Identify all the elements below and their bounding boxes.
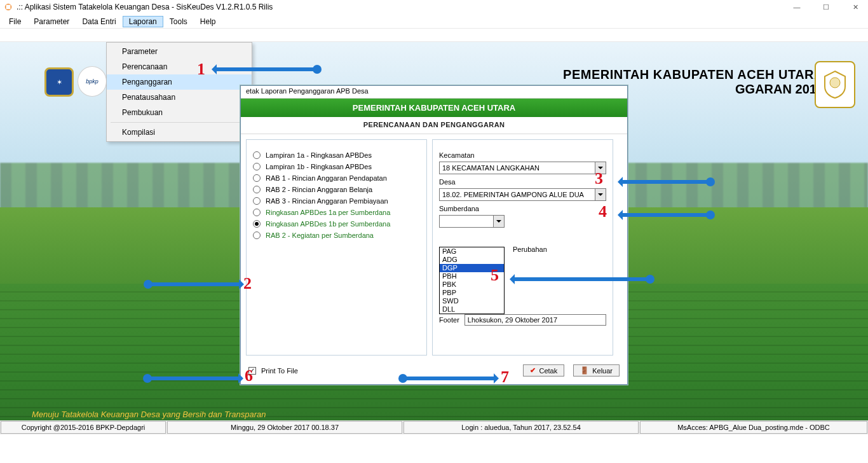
bpkp-logo-icon: bpkp — [78, 66, 107, 97]
footer-label: Footer — [439, 316, 459, 324]
app-icon — [4, 3, 13, 11]
annotation-1: 1 — [197, 60, 205, 79]
arrow-6 — [146, 377, 241, 380]
listbox-pbp[interactable]: PBP — [440, 289, 504, 297]
dialog-action-bar: Print To File ✔Cetak 🚪Keluar — [241, 361, 627, 384]
filters-pane: Kecamatan 18 KECAMATAN LANGKAHAN Desa 18… — [432, 139, 613, 356]
minimize-button[interactable]: — — [788, 3, 806, 11]
dropdown-perencanaan[interactable]: Perencanaan — [107, 59, 252, 74]
title-bar: .:: Aplikasi Sistem Tatakelola Keuangan … — [0, 0, 868, 14]
arrow-5 — [512, 277, 651, 281]
menu-tools[interactable]: Tools — [163, 16, 194, 27]
arrow-2 — [147, 282, 242, 286]
menu-data-entri[interactable]: Data Entri — [76, 16, 122, 27]
sumberdana-label: Sumberdana — [439, 205, 606, 212]
radio-ringkasan-1a-sd[interactable]: Ringkasan APBDes 1a per Sumberdana — [253, 209, 420, 216]
dialog-greenbar: PEMERINTAH KABUPATEN ACEH UTARA — [241, 99, 627, 117]
chevron-down-icon[interactable] — [493, 216, 504, 227]
svg-rect-1 — [6, 5, 11, 10]
radio-rab-2-sd[interactable]: RAB 2 - Kegiatan per Sumberdana — [253, 232, 420, 239]
dropdown-kompilasi[interactable]: Kompilasi — [107, 125, 252, 140]
dropdown-separator — [111, 122, 248, 123]
report-type-pane: Lampiran 1a - Ringkasan APBDes Lampiran … — [246, 139, 427, 356]
cetak-button[interactable]: ✔Cetak — [523, 364, 564, 377]
kecamatan-combo[interactable]: 18 KECAMATAN LANGKAHAN — [439, 162, 606, 174]
toolbar-spacer — [0, 28, 868, 42]
print-to-file-label: Print To File — [261, 367, 298, 375]
annotation-3: 3 — [595, 169, 603, 188]
close-button[interactable]: ✕ — [846, 3, 864, 11]
dropdown-parameter[interactable]: Parameter — [107, 44, 252, 59]
annotation-6: 6 — [245, 366, 253, 385]
listbox-pag[interactable]: PAG — [440, 247, 504, 256]
window-buttons: — ☐ ✕ — [788, 3, 864, 11]
desa-combo[interactable]: 18.02. PEMERINTAH GAMPONG ALUE DUA — [439, 188, 606, 201]
window-title: .:: Aplikasi Sistem Tatakelola Keuangan … — [17, 3, 788, 11]
menu-bar: File Parameter Data Entri Laporan Tools … — [0, 14, 868, 28]
radio-rab-1[interactable]: RAB 1 - Rincian Anggaran Pendapatan — [253, 174, 420, 182]
arrow-3 — [620, 180, 712, 184]
chevron-down-icon[interactable] — [595, 189, 606, 200]
keluar-button[interactable]: 🚪Keluar — [573, 364, 620, 377]
slogan-text: Menuju Tatakelola Keuangan Desa yang Ber… — [32, 410, 266, 419]
svg-point-2 — [830, 78, 840, 88]
arrow-7 — [402, 377, 497, 380]
status-db: MsAcces: APBG_Alue Dua_posting.mde - ODB… — [640, 421, 867, 434]
laporan-dropdown[interactable]: Parameter Perencanaan Penganggaran Penat… — [106, 42, 252, 142]
left-emblem-icon: ✶ — [44, 67, 74, 97]
status-datetime: Minggu, 29 Oktober 2017 00.18.37 — [167, 421, 402, 434]
listbox-adg[interactable]: ADG — [440, 256, 504, 264]
radio-lampiran-1b[interactable]: Lampiran 1b - Ringkasan APBDes — [253, 163, 420, 170]
desa-label: Desa — [439, 178, 606, 186]
print-dialog: etak Laporan Penganggaran APB Desa PEMER… — [240, 85, 628, 385]
menu-parameter[interactable]: Parameter — [27, 16, 76, 27]
dialog-title: etak Laporan Penganggaran APB Desa — [241, 86, 627, 99]
listbox-dll[interactable]: DLL — [440, 305, 504, 314]
annotation-7: 7 — [501, 368, 509, 387]
dialog-subbar: PERENCANAAN DAN PENGANGGARAN — [241, 117, 627, 134]
menu-help[interactable]: Help — [194, 16, 222, 27]
menu-laporan[interactable]: Laporan — [123, 16, 163, 27]
radio-lampiran-1a[interactable]: Lampiran 1a - Ringkasan APBDes — [253, 151, 420, 159]
right-seal-icon — [815, 61, 855, 108]
annotation-2: 2 — [243, 274, 252, 293]
radio-rab-2[interactable]: RAB 2 - Rincian Anggaran Belanja — [253, 186, 420, 193]
footer-input[interactable] — [465, 314, 606, 326]
client-area: ✶ bpkp PEMERINTAH KABUPATEN ACEH UTARA G… — [0, 42, 868, 434]
annotation-5: 5 — [491, 266, 499, 285]
door-icon: 🚪 — [580, 366, 589, 375]
maximize-button[interactable]: ☐ — [817, 3, 835, 11]
status-copyright: Copyright @2015-2016 BPKP-Depdagri — [1, 421, 166, 434]
arrow-1 — [214, 67, 318, 71]
dropdown-penganggaran[interactable]: Penganggaran — [107, 74, 252, 90]
header-line1: PEMERINTAH KABUPATEN ACEH UTARA — [563, 67, 824, 82]
check-icon: ✔ — [530, 366, 536, 375]
sumberdana-combo[interactable] — [439, 215, 505, 228]
menu-file[interactable]: File — [3, 16, 27, 27]
perubahan-label: Perubahan — [513, 245, 547, 253]
kecamatan-label: Kecamatan — [439, 151, 606, 159]
radio-rab-3[interactable]: RAB 3 - Rincian Anggaran Pembiayaan — [253, 197, 420, 205]
status-bar: Copyright @2015-2016 BPKP-Depdagri Mingg… — [0, 420, 868, 434]
dropdown-pembukuan[interactable]: Pembukuan — [107, 105, 252, 120]
dropdown-penatausahaan[interactable]: Penatausahaan — [107, 90, 252, 105]
annotation-4: 4 — [599, 202, 607, 221]
listbox-swd[interactable]: SWD — [440, 297, 504, 305]
radio-ringkasan-1b-sd[interactable]: Ringkasan APBDes 1b per Sumberdana — [253, 220, 420, 228]
arrow-4 — [620, 213, 712, 217]
status-login: Login : aluedua, Tahun 2017, 23.52.54 — [403, 421, 639, 434]
